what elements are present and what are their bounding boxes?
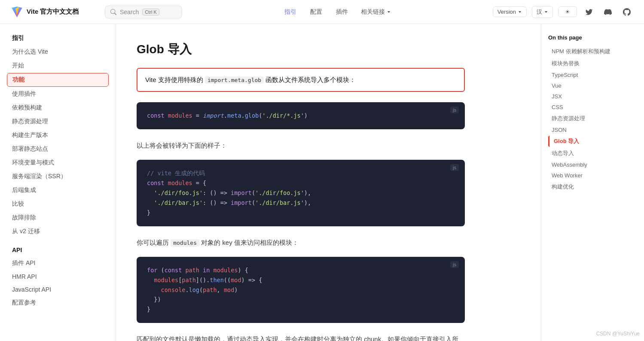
nav-dropdown-related[interactable]: 相关链接	[361, 8, 391, 16]
toc-item-wasm[interactable]: WebAssembly	[548, 160, 637, 170]
toc-item-glob[interactable]: Glob 导入	[548, 136, 637, 147]
search-label: Search	[120, 9, 139, 15]
toc-item-jsx[interactable]: JSX	[548, 91, 637, 101]
vite-logo-icon	[10, 6, 23, 18]
topnav-right: Version 汉 ☀	[493, 5, 634, 19]
site-logo[interactable]: Vite 官方中文文档	[10, 6, 105, 18]
sidebar-section-api-title: API	[7, 247, 109, 253]
nav-link-guide[interactable]: 指引	[284, 6, 297, 18]
code-lang-badge-2: js	[450, 164, 459, 171]
twitter-icon[interactable]	[582, 5, 596, 19]
topnav: Vite 官方中文文档 Search Ctrl K 指引 配置 插件 相关链接 …	[0, 0, 644, 24]
sidebar-item-features[interactable]: 功能	[7, 73, 109, 87]
search-bar[interactable]: Search Ctrl K	[105, 6, 182, 18]
toc-item-hmr[interactable]: 模块热替换	[548, 58, 637, 69]
sidebar-item-why-vite[interactable]: 为什么选 Vite	[7, 46, 109, 58]
code-pre-3: for (const path in modules) { modules[pa…	[147, 265, 455, 315]
para-3: 匹配到的文件默认是懒加载的，通过动态导入实现，并会在构建时分离为独立的 chun…	[137, 333, 465, 341]
sidebar-item-static-assets[interactable]: 静态资源处理	[7, 115, 109, 128]
sidebar-item-start[interactable]: 开始	[7, 59, 109, 72]
para-3-text: 匹配到的文件默认是懒加载的，通过动态导入实现，并会在构建时分离为独立的 chun…	[137, 335, 458, 341]
sidebar-item-troubleshoot[interactable]: 故障排除	[7, 211, 109, 224]
github-icon[interactable]	[620, 5, 634, 19]
para-2: 你可以遍历 modules 对象的 key 值来访问相应的模块：	[137, 237, 465, 248]
sidebar-item-deploy[interactable]: 部署静态站点	[7, 143, 109, 155]
sidebar-item-js-api[interactable]: JavaScript API	[7, 283, 109, 295]
toc-item-vue[interactable]: Vue	[548, 81, 637, 91]
code-pre-1: const modules = import.meta.glob('./dir/…	[147, 111, 455, 121]
toc-item-dynamic[interactable]: 动态导入	[548, 148, 637, 159]
watermark: CSDN @YuShiYue	[596, 331, 640, 337]
toc-sidebar: On this page NPM 依赖解析和预构建 模块热替换 TypeScri…	[541, 24, 644, 341]
site-title: Vite 官方中文文档	[27, 8, 79, 16]
sidebar-item-hmr-api[interactable]: HMR API	[7, 271, 109, 283]
sidebar-item-plugin-api[interactable]: 插件 API	[7, 257, 109, 270]
lang-dropdown[interactable]: 汉	[532, 6, 553, 18]
sidebar-item-ssr[interactable]: 服务端渲染（SSR）	[7, 170, 109, 183]
nav-link-config[interactable]: 配置	[309, 6, 323, 18]
toc-item-npm[interactable]: NPM 依赖解析和预构建	[548, 46, 637, 57]
search-shortcut: Ctrl K	[142, 9, 159, 15]
toc-item-css[interactable]: CSS	[548, 102, 637, 112]
para-2-after: 对象的 key 值来访问相应的模块：	[199, 239, 299, 246]
toc-item-ts[interactable]: TypeScript	[548, 70, 637, 80]
toc-title: On this page	[548, 34, 637, 41]
page-layout: 指引 为什么选 Vite 开始 功能 使用插件 依赖预构建 静态资源处理 构建生…	[0, 0, 644, 341]
code-block-2: js // vite 生成的代码 const modules = { './di…	[137, 160, 465, 226]
highlight-text-after: 函数从文件系统导入多个模块：	[264, 76, 356, 83]
left-sidebar: 指引 为什么选 Vite 开始 功能 使用插件 依赖预构建 静态资源处理 构建生…	[0, 24, 116, 341]
sidebar-section-guide: 指引 为什么选 Vite 开始 功能 使用插件 依赖预构建 静态资源处理 构建生…	[7, 34, 109, 238]
highlight-intro-box: Vite 支持使用特殊的 import.meta.glob 函数从文件系统导入多…	[137, 68, 465, 92]
code-lang-badge-3: js	[450, 261, 459, 268]
toc-item-build-opt[interactable]: 构建优化	[548, 181, 637, 192]
toc-item-json[interactable]: JSON	[548, 125, 637, 135]
toc-item-static[interactable]: 静态资源处理	[548, 113, 637, 124]
sidebar-item-backend[interactable]: 后端集成	[7, 184, 109, 197]
highlight-text-before: Vite 支持使用特殊的	[145, 76, 205, 83]
appearance-toggle[interactable]: ☀	[558, 6, 577, 17]
code-block-3: js for (const path in modules) { modules…	[137, 257, 465, 323]
discord-icon[interactable]	[601, 5, 615, 19]
version-chevron-icon	[518, 10, 522, 14]
sidebar-section-guide-title: 指引	[7, 34, 109, 42]
nav-link-plugins[interactable]: 插件	[335, 6, 349, 18]
version-dropdown[interactable]: Version	[493, 6, 527, 17]
search-icon	[110, 9, 116, 15]
sidebar-item-migration[interactable]: 从 v2 迁移	[7, 225, 109, 238]
main-content: Glob 导入 Vite 支持使用特殊的 import.meta.glob 函数…	[116, 24, 485, 341]
sidebar-item-env[interactable]: 环境变量与模式	[7, 156, 109, 169]
sidebar-item-dep-prebuild[interactable]: 依赖预构建	[7, 101, 109, 114]
sidebar-item-config-ref[interactable]: 配置参考	[7, 296, 109, 309]
para-2-before: 你可以遍历	[137, 239, 171, 246]
sidebar-item-compare[interactable]: 比较	[7, 198, 109, 210]
sidebar-section-api: API 插件 API HMR API JavaScript API 配置参考	[7, 247, 109, 309]
lang-chevron-icon	[544, 10, 548, 14]
highlight-inline-code: import.meta.glob	[205, 76, 264, 84]
sidebar-item-plugins[interactable]: 使用插件	[7, 88, 109, 100]
code-block-1: js const modules = import.meta.glob('./d…	[137, 102, 465, 129]
topnav-center: 指引 配置 插件 相关链接	[182, 6, 493, 18]
code-pre-2: // vite 生成的代码 const modules = { './dir/f…	[147, 168, 455, 218]
chevron-down-icon	[387, 10, 391, 14]
sidebar-item-build[interactable]: 构建生产版本	[7, 129, 109, 142]
para-2-code: modules	[171, 239, 199, 247]
para-1: 以上将会被转译为下面的样子：	[137, 140, 465, 151]
code-lang-badge-1: js	[450, 107, 459, 113]
page-title: Glob 导入	[137, 41, 465, 58]
toc-item-webworker[interactable]: Web Worker	[548, 170, 637, 180]
